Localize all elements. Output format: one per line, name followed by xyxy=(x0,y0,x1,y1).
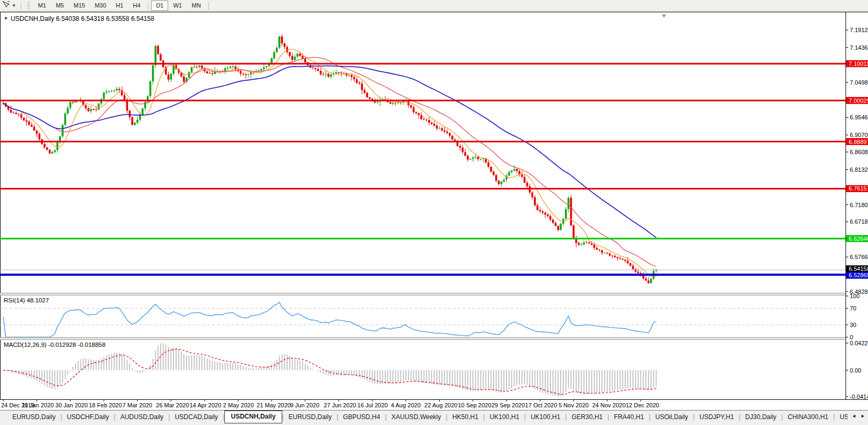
date-tick-label: 11 Jan 2020 xyxy=(22,402,54,408)
date-tick-label: 27 Jun 2020 xyxy=(324,402,357,408)
toolbar-drag-handle[interactable] xyxy=(27,2,30,10)
collapse-triangle-icon[interactable]: ▼ xyxy=(4,16,8,21)
chart-tabs: EURUSD,Daily|USDCHF,Daily|AUDUSD,Daily|U… xyxy=(7,411,848,423)
date-tick-label: 4 Aug 2020 xyxy=(391,402,421,408)
timeframe-toolbar: M1M5M15M30H1H4D1W1MN xyxy=(33,1,212,11)
date-tick-label: 24 Nov 2020 xyxy=(592,402,625,408)
price-tick-label: 6.95460 xyxy=(850,114,868,120)
date-tick-label: 14 Apr 2020 xyxy=(190,402,221,408)
mt4-window: ▼ M1M5M15M30H1H4D1W1MN ▼ USDCNH,Daily 6.… xyxy=(0,0,868,425)
timeframe-button-m30[interactable]: M30 xyxy=(90,1,111,11)
chart-title: ▼ USDCNH,Daily 6.54038 6.54318 6.53558 6… xyxy=(4,15,154,22)
macd-panel[interactable] xyxy=(0,340,846,399)
date-tick-label: 26 Mar 2020 xyxy=(156,402,189,408)
price-tick-label: 6.81320 xyxy=(850,166,868,173)
ma-line-55 xyxy=(3,66,656,238)
date-tick-label: 2 May 2020 xyxy=(223,402,254,408)
macd-tick-label: 0.042275 xyxy=(850,340,868,346)
chart-tab[interactable]: HK50,H1 xyxy=(448,411,484,423)
date-tick-label: 17 Oct 2020 xyxy=(525,402,557,408)
timeframe-button-m1[interactable]: M1 xyxy=(33,1,51,11)
price-tick-label: 6.71800 xyxy=(850,202,868,208)
svg-text:6.62646: 6.62646 xyxy=(849,236,868,242)
rsi-panel[interactable] xyxy=(0,295,846,337)
price-tick-label: 6.90700 xyxy=(850,132,868,138)
chart-tab[interactable]: US xyxy=(835,411,848,423)
date-tick-label: 21 May 2020 xyxy=(256,402,291,408)
date-tick-label: 16 Jul 2020 xyxy=(357,402,388,408)
price-tick-label: 7.19120 xyxy=(850,27,868,33)
chart-tab[interactable]: UK100,H1 xyxy=(526,411,565,423)
timeframe-button-h1[interactable]: H1 xyxy=(111,1,128,11)
timeframe-button-m5[interactable]: M5 xyxy=(51,1,69,11)
date-tick-label: 10 Sep 2020 xyxy=(458,402,491,408)
svg-text:6.88897: 6.88897 xyxy=(849,139,868,145)
date-tick-label: 9 Jun 2020 xyxy=(290,402,319,408)
cursor-tool-button[interactable]: ▼ xyxy=(2,1,16,11)
price-tick-label: 7.14360 xyxy=(850,44,868,51)
chart-tabbar: EURUSD,Daily|USDCHF,Daily|AUDUSD,Daily|U… xyxy=(0,410,868,425)
chart-tab[interactable]: USOil,Daily xyxy=(651,411,693,423)
svg-text:6.76157: 6.76157 xyxy=(849,185,868,192)
ma-line-21 xyxy=(3,57,656,266)
date-tick-label: 22 Aug 2020 xyxy=(425,402,458,408)
tab-scroll-left-icon[interactable]: ◄ xyxy=(851,413,856,419)
svg-text:6.54158: 6.54158 xyxy=(849,265,868,272)
date-tick-label: 30 Jan 2020 xyxy=(55,402,88,408)
chart-tab[interactable]: UK100,H1 xyxy=(485,411,524,423)
rsi-tick-label: 30 xyxy=(850,322,856,328)
rsi-line xyxy=(3,302,656,338)
chart-tab[interactable]: XAUUSD,Weekly xyxy=(387,411,446,423)
date-tick-label: 12 Dec 2020 xyxy=(626,402,659,408)
macd-tick-label: -0.04148 xyxy=(850,393,868,399)
svg-text:6.52865: 6.52865 xyxy=(849,272,868,278)
price-tick-label: 6.67180 xyxy=(850,218,868,225)
macd-label: MACD(12,26,9) -0.012928 -0.018858 xyxy=(4,341,105,348)
chart-tab[interactable]: GER30,H1 xyxy=(567,411,607,423)
timeframe-button-h4[interactable]: H4 xyxy=(128,1,145,11)
tab-scroll-right-icon[interactable]: ► xyxy=(861,413,865,419)
date-tick-label: 7 Mar 2020 xyxy=(123,402,153,408)
chart-tab[interactable]: GBPUSD,H4 xyxy=(338,411,385,423)
toolbar-separator xyxy=(208,2,209,10)
macd-tick-label: 0.00 xyxy=(850,367,861,374)
chart-tab[interactable]: CHINA300,H1 xyxy=(783,411,833,423)
price-tick-label: 7.04980 xyxy=(850,79,868,86)
date-tick-label: 18 Feb 2020 xyxy=(89,402,122,408)
chart-title-text: USDCNH,Daily 6.54038 6.54318 6.53558 6.5… xyxy=(11,15,154,22)
crosshair-cursor-icon xyxy=(2,1,10,11)
svg-text:7.00029: 7.00029 xyxy=(849,97,868,104)
date-tick-label: 29 Sep 2020 xyxy=(492,402,525,408)
rsi-label: RSI(14) 48.1027 xyxy=(4,297,49,303)
chart-tab[interactable]: USDJPY,H1 xyxy=(695,411,738,423)
chart-tab[interactable]: EURUSD,Daily xyxy=(7,411,61,423)
price-chart[interactable] xyxy=(0,12,846,293)
ma-line-8 xyxy=(3,49,656,277)
toolbar-separator xyxy=(148,2,148,10)
rsi-tick-label: 100 xyxy=(850,293,859,299)
timeframe-button-d1[interactable]: D1 xyxy=(151,1,168,11)
price-tick-label: 6.57660 xyxy=(850,254,868,260)
timeframe-button-w1[interactable]: W1 xyxy=(168,1,187,11)
chart-tab[interactable]: DJ30,Daily xyxy=(741,411,781,423)
svg-text:7.10011: 7.10011 xyxy=(849,60,868,67)
toolbar-separator xyxy=(21,2,21,10)
toolbar: ▼ M1M5M15M30H1H4D1W1MN xyxy=(0,0,868,11)
date-tick-label: 5 Nov 2020 xyxy=(558,402,588,408)
price-axis[interactable]: 7.191207.143607.049806.954606.907006.860… xyxy=(846,12,868,399)
chart-tab[interactable]: USDCAD,Daily xyxy=(170,411,223,423)
chart-tab-active[interactable]: USDCNH,Daily xyxy=(224,410,282,423)
rsi-tick-label: 70 xyxy=(850,305,856,312)
chart-tab[interactable]: USDCHF,Daily xyxy=(62,411,114,423)
timeframe-button-m15[interactable]: M15 xyxy=(69,1,89,11)
tab-scroll-buttons: ◄ ► xyxy=(851,413,865,419)
chart-tab[interactable]: AUDUSD,Daily xyxy=(116,411,169,423)
time-axis[interactable]: 24 Dec 201911 Jan 202030 Jan 202018 Feb … xyxy=(0,400,868,410)
price-tick-label: 6.86080 xyxy=(850,149,868,155)
chart-tab[interactable]: EURUSD,Daily xyxy=(284,411,337,423)
right-shift-marker[interactable] xyxy=(662,14,666,18)
timeframe-button-mn[interactable]: MN xyxy=(187,1,206,11)
candlestick-series xyxy=(2,34,657,284)
chevron-down-icon: ▼ xyxy=(12,3,16,8)
chart-tab[interactable]: FRA40,H1 xyxy=(609,411,649,423)
